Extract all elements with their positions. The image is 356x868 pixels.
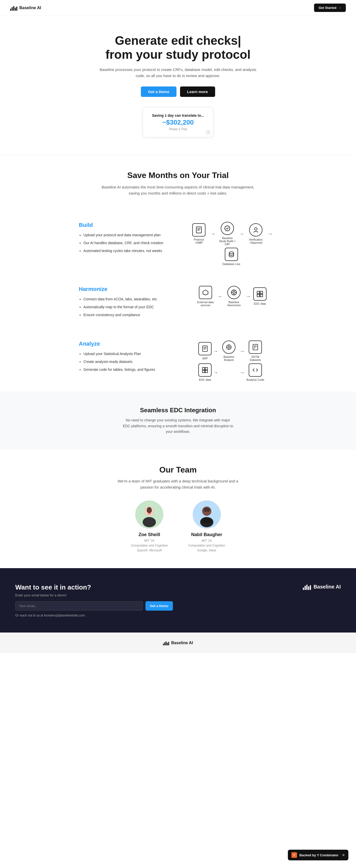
svg-rect-3 [15, 8, 16, 11]
cta-sublabel: Enter your email below for a demo! [15, 593, 173, 597]
svg-rect-1 [12, 7, 13, 11]
team-member-nabil: Nabil Baugher MIT '24 Computation and Co… [188, 500, 225, 553]
code-icon [249, 364, 262, 377]
member-name-nabil: Nabil Baugher [191, 532, 222, 537]
hero-section: Generate edit checks| from your study pr… [0, 16, 356, 155]
hero-description: Baseline processes your protocol to crea… [99, 67, 257, 79]
build-section: Build Upload your protocol and data mana… [64, 212, 292, 276]
hero-headline-line2: from your study protocol [105, 48, 251, 61]
analyze-code: Analysis Code [246, 364, 264, 381]
sdtm-icon [249, 341, 262, 354]
learn-more-button[interactable]: Learn more [180, 87, 215, 97]
build-step-4: Database Live [223, 248, 240, 266]
svg-rect-19 [260, 291, 263, 294]
avatar-zoe [135, 500, 163, 528]
svg-point-11 [229, 252, 234, 254]
harmonize-point-3: Ensure consistency and compliance [84, 312, 170, 318]
svg-rect-0 [10, 9, 11, 11]
svg-rect-4 [16, 7, 17, 11]
analyze-edc-label: EDC data [199, 378, 211, 381]
cta-logo-icon [303, 583, 311, 590]
analyze-section: Analyze Upload your Statistical Analysis… [64, 330, 292, 392]
analyze-baseline-label: Baseline Analyze [220, 355, 238, 362]
baseline-study-icon [221, 222, 234, 235]
cta-email-input[interactable] [15, 601, 143, 611]
protocol-icon [192, 223, 205, 237]
cta-demo-button[interactable]: Get a Demo [145, 601, 173, 611]
svg-rect-22 [203, 346, 207, 351]
avatar-zoe-image [135, 500, 163, 528]
svg-rect-32 [253, 344, 258, 350]
save-months-heading: Save Months on Your Trial [99, 170, 257, 180]
analyze-arrow-3: → [213, 370, 219, 375]
svg-rect-2 [13, 6, 14, 11]
build-step-4-label: Database Live [223, 262, 240, 266]
build-step-1-label: Protocol +DMP [190, 238, 208, 244]
footer-logo: Baseline AI [10, 640, 346, 646]
analyze-point-1: Upload your Statistical Analysis Plan [84, 351, 170, 356]
hero-buttons: Get a Demo Learn more [99, 87, 257, 97]
edc-description: No need to change your existing systems.… [122, 417, 234, 434]
code-label: Analysis Code [247, 378, 264, 381]
team-heading: Our Team [10, 465, 346, 474]
get-demo-button[interactable]: Get a Demo [141, 87, 176, 97]
svg-rect-21 [260, 294, 263, 297]
footer-logo-icon [163, 640, 169, 646]
svg-point-54 [208, 511, 209, 512]
verification-icon [249, 223, 262, 237]
footer: Baseline AI [0, 632, 356, 653]
database-icon [225, 248, 238, 261]
harmonize-step-3-label: EDC data [254, 302, 266, 305]
svg-point-27 [228, 346, 230, 348]
savings-sublabel: Phase 3 Trial [152, 127, 204, 131]
svg-rect-57 [304, 586, 306, 590]
savings-card: Saving 1 day can translate to... ~$302,2… [143, 107, 214, 137]
cta-logo-text: Baseline AI [314, 584, 341, 590]
build-step-1: Protocol +DMP [190, 223, 208, 244]
harmonize-diagram: External data sources → Baseline Harmoni… [186, 286, 277, 307]
build-point-2: Our AI handles database, CRF, and check … [84, 240, 170, 246]
harmonize-text: Harmonize Connect data from eCOA, labs, … [79, 286, 170, 320]
sdtm-label: SDTM Datasets [246, 355, 264, 362]
analyze-baseline: Baseline Analyze [220, 341, 238, 362]
savings-amount: ~$302,200 [152, 119, 204, 126]
info-icon[interactable]: ? [206, 130, 210, 134]
team-members: Zoe Sheill MIT '24 Computation and Cogni… [10, 500, 346, 553]
savings-label: Saving 1 day can translate to... [152, 114, 204, 118]
harmonize-step-1: External data sources [196, 286, 215, 307]
svg-rect-63 [166, 642, 166, 645]
hero-headline: Generate edit checks| from your study pr… [99, 34, 257, 62]
analyze-sdtm: SDTM Datasets [246, 341, 264, 362]
analyze-edc-icon [198, 364, 212, 377]
svg-rect-18 [257, 291, 260, 294]
member-field-zoe: Computation and Cognition [131, 544, 168, 547]
build-step-2: Baseline Study Build + UAT [218, 222, 236, 246]
svg-rect-61 [163, 644, 164, 646]
svg-point-9 [225, 226, 230, 231]
analyze-points: Upload your Statistical Analysis Plan Cr… [79, 351, 170, 372]
analyze-sap: SAP [198, 342, 212, 360]
cta-right: Baseline AI [183, 583, 341, 590]
svg-rect-38 [205, 368, 207, 370]
harmonize-arrow-1: → [217, 293, 223, 299]
harmonize-point-2: Automatically map to the format of your … [84, 304, 170, 310]
cta-logo: Baseline AI [303, 583, 341, 590]
member-edu-nabil: MIT '24 [202, 539, 212, 542]
svg-rect-56 [303, 588, 304, 590]
navbar: Baseline AI Get Started [0, 0, 356, 16]
analyze-arrow-4: → [239, 370, 245, 375]
team-section: Our Team We're a team of MIT graduates w… [0, 450, 356, 568]
analyze-heading: Analyze [79, 341, 170, 347]
analyze-point-2: Create analysis-ready datasets [84, 359, 170, 365]
get-started-button[interactable]: Get Started [314, 4, 346, 12]
svg-point-43 [143, 517, 156, 527]
harmonize-step-3: EDC data [253, 287, 266, 305]
build-diagram: Protocol +DMP → Baseline Study Build + U… [186, 222, 277, 266]
member-edu-zoe: MIT '24 [144, 539, 154, 542]
analyze-arrow-1: → [213, 348, 219, 354]
analyze-point-3: Generate code for tables, listings, and … [84, 367, 170, 372]
footer-logo-text: Baseline AI [171, 641, 193, 645]
harmonize-heading: Harmonize [79, 286, 170, 292]
build-point-1: Upload your protocol and data management… [84, 232, 170, 238]
svg-rect-62 [164, 643, 165, 646]
